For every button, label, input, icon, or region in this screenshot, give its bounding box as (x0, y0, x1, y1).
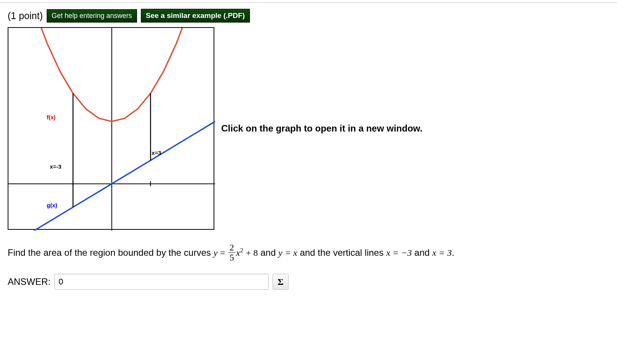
points-label: (1 point) (8, 10, 43, 21)
eq1-plus8: + 8 (246, 248, 258, 258)
label-x-neg3: x=-3 (50, 163, 61, 170)
frac-den: 5 (229, 253, 235, 262)
question-text: Find the area of the region bounded by t… (8, 244, 609, 263)
graph-instruction: Click on the graph to open it in a new w… (221, 123, 423, 134)
mid3: and (415, 247, 433, 258)
answer-input[interactable] (54, 274, 269, 290)
help-entering-answers-button[interactable]: Get help entering answers (47, 9, 137, 23)
graph-svg (8, 28, 215, 231)
eq1-eq: = (220, 248, 228, 258)
answer-row: ANSWER: Σ (8, 274, 609, 290)
eq3: x = −3 (386, 248, 412, 258)
mid2: and the vertical lines (300, 247, 386, 258)
label-gx: g(x) (47, 202, 57, 208)
eq1-lhs: y (214, 248, 218, 258)
graph-image[interactable]: f(x) g(x) x=-3 x=3 (8, 27, 214, 230)
label-fx: f(x) (47, 114, 55, 120)
label-x-3: x=3 (152, 150, 161, 156)
question-prefix: Find the area of the region bounded by t… (8, 247, 214, 258)
question-end: . (452, 247, 454, 258)
eq1-x: x (236, 248, 240, 258)
frac-num: 2 (229, 243, 235, 253)
eq2: y = x (278, 248, 297, 258)
sigma-button[interactable]: Σ (273, 274, 289, 290)
answer-label: ANSWER: (8, 276, 51, 287)
problem-container: (1 point) Get help entering answers See … (0, 3, 617, 305)
eq4: x = 3 (432, 248, 452, 258)
header-row: (1 point) Get help entering answers See … (8, 9, 609, 23)
mid1: and (261, 247, 279, 258)
eq1-exp: 2 (240, 247, 243, 254)
graph-row: f(x) g(x) x=-3 x=3 Click on the graph to… (8, 27, 609, 230)
fraction-2-5: 2 5 (229, 243, 235, 262)
see-similar-example-button[interactable]: See a similar example (.PDF) (141, 9, 250, 23)
